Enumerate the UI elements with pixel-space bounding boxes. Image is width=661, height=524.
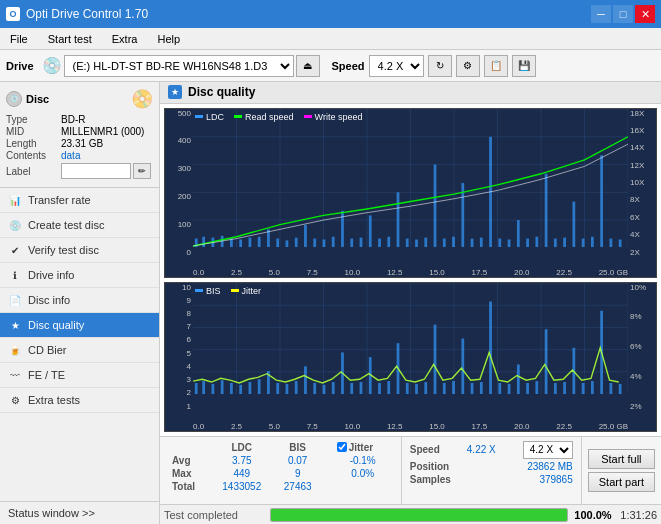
speed-select[interactable]: 4.2 X [369, 55, 424, 77]
speed-label: Speed [332, 60, 365, 72]
top-chart-x-axis: 0.0 2.5 5.0 7.5 10.0 12.5 15.0 17.5 20.0… [193, 259, 628, 277]
svg-rect-86 [276, 383, 279, 394]
svg-rect-80 [221, 380, 224, 394]
status-window-button[interactable]: Status window >> [0, 501, 159, 524]
sidebar-item-cd-bier[interactable]: 🍺 CD Bier [0, 338, 159, 363]
menu-start-test[interactable]: Start test [42, 31, 98, 47]
read-legend-label: Read speed [245, 112, 294, 122]
speed-stat-label: Speed [410, 444, 440, 455]
titlebar: O Opti Drive Control 1.70 ─ □ ✕ [0, 0, 661, 28]
start-full-button[interactable]: Start full [588, 449, 655, 469]
svg-rect-105 [452, 381, 455, 394]
position-value: 23862 MB [527, 461, 573, 472]
sidebar-item-verify-test-disc[interactable]: ✔ Verify test disc [0, 238, 159, 263]
avg-jitter: -0.1% [333, 454, 393, 467]
sidebar-item-create-test-disc[interactable]: 💿 Create test disc [0, 213, 159, 238]
top-chart: LDC Read speed Write speed 500 400 30 [164, 108, 657, 278]
max-jitter: 0.0% [333, 467, 393, 480]
app-icon: O [6, 7, 20, 21]
svg-rect-54 [554, 238, 557, 247]
svg-rect-46 [480, 237, 483, 247]
svg-rect-56 [572, 201, 575, 247]
svg-rect-55 [563, 237, 566, 247]
svg-rect-78 [202, 381, 205, 394]
svg-rect-15 [195, 238, 198, 247]
jitter-label: Jitter [349, 442, 373, 453]
total-bis: 27463 [273, 480, 321, 493]
bis-legend-dot [195, 289, 203, 292]
svg-rect-61 [619, 239, 622, 247]
sidebar-item-drive-info[interactable]: ℹ Drive info [0, 263, 159, 288]
extra-tests-icon: ⚙ [8, 393, 22, 407]
svg-rect-103 [434, 324, 437, 393]
svg-rect-115 [545, 329, 548, 394]
bottom-chart-x-axis: 0.0 2.5 5.0 7.5 10.0 12.5 15.0 17.5 20.0… [193, 413, 628, 431]
total-ldc: 1433052 [210, 480, 273, 493]
svg-rect-92 [332, 382, 335, 394]
label-field-input[interactable] [61, 163, 131, 179]
stats-row: LDC BIS Jitter [160, 436, 661, 505]
eject-button[interactable]: ⏏ [296, 55, 320, 77]
avg-ldc: 3.75 [210, 454, 273, 467]
svg-rect-53 [545, 173, 548, 247]
total-jitter [333, 480, 393, 493]
menu-extra[interactable]: Extra [106, 31, 144, 47]
svg-rect-60 [609, 238, 612, 247]
svg-rect-49 [508, 239, 511, 247]
settings-button[interactable]: ⚙ [456, 55, 480, 77]
svg-rect-120 [591, 381, 594, 394]
sidebar-item-transfer-rate[interactable]: 📊 Transfer rate [0, 188, 159, 213]
jitter-checkbox[interactable] [337, 442, 347, 452]
svg-rect-50 [517, 220, 520, 248]
type-field-label: Type [6, 114, 61, 125]
contents-field-value[interactable]: data [61, 150, 80, 161]
maximize-button[interactable]: □ [613, 5, 633, 23]
svg-rect-29 [323, 239, 326, 247]
svg-rect-57 [582, 238, 585, 247]
save-button[interactable]: 💾 [512, 55, 536, 77]
max-row-label: Max [168, 467, 210, 480]
disc-detail-icon[interactable]: 📀 [131, 88, 153, 110]
menubar: File Start test Extra Help [0, 28, 661, 50]
write-legend-dot [304, 115, 312, 118]
svg-rect-42 [443, 238, 446, 247]
menu-file[interactable]: File [4, 31, 34, 47]
start-part-button[interactable]: Start part [588, 472, 655, 492]
drive-info-icon: ℹ [8, 268, 22, 282]
sidebar-item-disc-quality[interactable]: ★ Disc quality [0, 313, 159, 338]
toolbar: Drive 💿 (E:) HL-DT-ST BD-RE WH16NS48 1.D… [0, 50, 661, 82]
transfer-rate-icon: 📊 [8, 193, 22, 207]
sidebar-item-disc-info[interactable]: 📄 Disc info [0, 288, 159, 313]
svg-rect-95 [360, 382, 363, 394]
close-button[interactable]: ✕ [635, 5, 655, 23]
svg-rect-32 [350, 238, 353, 247]
sidebar-item-extra-tests[interactable]: ⚙ Extra tests [0, 388, 159, 413]
drive-select[interactable]: (E:) HL-DT-ST BD-RE WH16NS48 1.D3 [64, 55, 294, 77]
svg-rect-48 [498, 238, 501, 247]
svg-rect-119 [582, 383, 585, 394]
disc-panel: 💿 Disc 📀 Type BD-R MID MILLENMR1 (000) L… [0, 82, 159, 188]
menu-help[interactable]: Help [151, 31, 186, 47]
speed-stat-select[interactable]: 4.2 X [523, 441, 573, 459]
label-field-label: Label [6, 166, 61, 177]
svg-rect-34 [369, 215, 372, 247]
refresh-button[interactable]: ↻ [428, 55, 452, 77]
progress-bar-row: Test completed 100.0% 1:31:26 [160, 504, 661, 524]
svg-rect-77 [195, 383, 198, 394]
ldc-legend-label: LDC [206, 112, 224, 122]
disc-quality-icon: ★ [8, 318, 22, 332]
label-edit-button[interactable]: ✏ [133, 163, 151, 179]
content-area: ★ Disc quality LDC Read speed [160, 82, 661, 524]
minimize-button[interactable]: ─ [591, 5, 611, 23]
sidebar-item-fe-te[interactable]: 〰 FE / TE [0, 363, 159, 388]
stats-header-jitter: Jitter [333, 441, 393, 454]
progress-bar-outer [270, 508, 568, 522]
cd-bier-icon: 🍺 [8, 343, 22, 357]
bis-legend-label: BIS [206, 286, 221, 296]
type-field-value: BD-R [61, 114, 85, 125]
copy-button[interactable]: 📋 [484, 55, 508, 77]
sidebar-item-cd-bier-label: CD Bier [28, 344, 67, 356]
disc-info-icon: 📄 [8, 293, 22, 307]
svg-rect-18 [221, 235, 224, 247]
sidebar-item-disc-quality-label: Disc quality [28, 319, 84, 331]
